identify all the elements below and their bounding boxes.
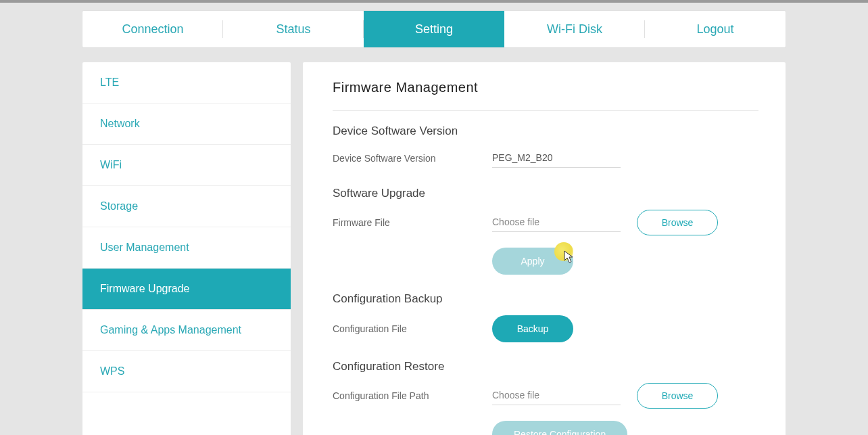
config-restore-input[interactable] [492,387,621,405]
sidebar-item-label: WPS [100,365,124,377]
backup-button[interactable]: Backup [492,315,573,342]
page-container: Connection Status Setting Wi-Fi Disk Log… [82,11,786,435]
topnav-connection[interactable]: Connection [82,11,223,47]
device-version-label: Device Software Version [333,153,492,164]
browse-firmware-button[interactable]: Browse [637,210,718,235]
apply-button[interactable]: Apply [492,248,573,275]
topnav-label: Setting [415,22,453,37]
sidebar-item-gaming-apps[interactable]: Gaming & Apps Management [82,310,291,351]
browse-restore-button[interactable]: Browse [637,383,718,409]
config-backup-row: Configuration File Backup [333,315,758,342]
topnav-wifi-disk[interactable]: Wi-Fi Disk [504,11,645,47]
restore-configuration-button[interactable]: Restore Configuration [492,421,627,435]
sidebar-item-label: User Management [100,242,189,253]
section-config-backup-heading: Configuration Backup [333,292,758,306]
sidebar-item-network[interactable]: Network [82,104,291,145]
sidebar-item-storage[interactable]: Storage [82,186,291,227]
sidebar-item-label: Firmware Upgrade [100,283,189,294]
sidebar-item-firmware-upgrade[interactable]: Firmware Upgrade [82,269,291,310]
config-restore-label: Configuration File Path [333,390,492,401]
window-top-stripe [0,0,868,3]
section-device-version-heading: Device Software Version [333,124,758,138]
page-title: Firmware Management [333,80,758,95]
main-panel: Firmware Management Device Software Vers… [303,62,786,435]
topnav-label: Status [276,22,310,37]
config-restore-row: Configuration File Path Browse [333,383,758,409]
sidebar: LTE Network WiFi Storage User Management… [82,62,291,435]
content-row: LTE Network WiFi Storage User Management… [82,62,786,435]
topnav-logout[interactable]: Logout [645,11,786,47]
sidebar-item-label: Gaming & Apps Management [100,324,241,336]
sidebar-item-label: Storage [100,200,138,212]
topnav-label: Logout [696,22,733,37]
config-backup-label: Configuration File [333,323,492,334]
sidebar-item-label: Network [100,118,140,129]
sidebar-item-wps[interactable]: WPS [82,351,291,392]
firmware-file-input[interactable] [492,214,621,232]
sidebar-item-wifi[interactable]: WiFi [82,145,291,186]
topnav-label: Wi-Fi Disk [547,22,602,37]
sidebar-item-label: WiFi [100,159,122,170]
apply-row: Apply [492,248,758,275]
topnav-setting[interactable]: Setting [364,11,504,47]
restore-action-row: Restore Configuration [492,421,758,435]
sidebar-item-lte[interactable]: LTE [82,62,291,104]
section-software-upgrade-heading: Software Upgrade [333,187,758,200]
sidebar-item-label: LTE [100,76,119,88]
section-config-restore-heading: Configuration Restore [333,360,758,373]
firmware-file-label: Firmware File [333,217,492,228]
device-version-row: Device Software Version [333,147,758,169]
title-divider [333,110,758,111]
firmware-file-row: Firmware File Browse [333,210,758,235]
top-navigation: Connection Status Setting Wi-Fi Disk Log… [82,11,786,47]
sidebar-item-user-management[interactable]: User Management [82,227,291,269]
topnav-label: Connection [122,22,183,37]
topnav-status[interactable]: Status [223,11,364,47]
device-version-value [492,150,621,168]
